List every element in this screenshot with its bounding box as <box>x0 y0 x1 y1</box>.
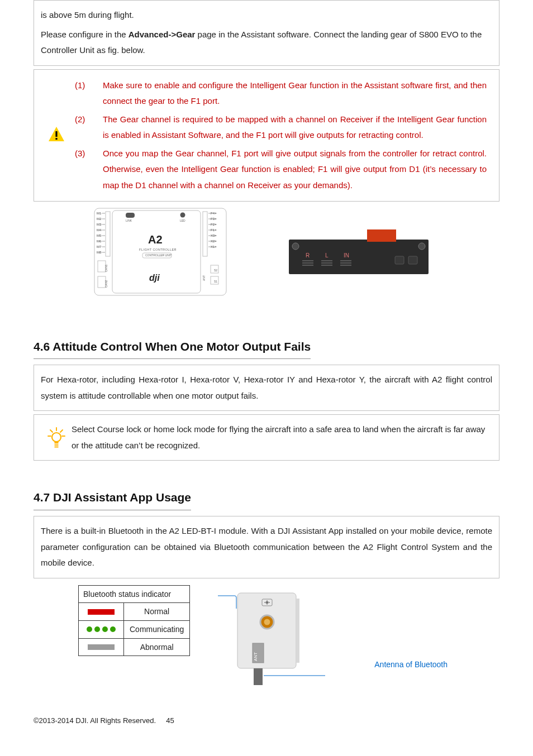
svg-text:R: R <box>306 252 310 259</box>
svg-text:FLIGHT CONTROLLER: FLIGHT CONTROLLER <box>139 248 177 251</box>
svg-text:M6: M6 <box>97 240 102 243</box>
svg-text:ANT: ANT <box>253 652 258 661</box>
svg-text:S1: S1 <box>214 280 217 283</box>
section-46-heading: 4.6 Attitude Control When One Motor Outp… <box>34 336 311 360</box>
svg-rect-3 <box>94 208 226 295</box>
bt-label: Abnormal <box>124 638 190 656</box>
svg-marker-39 <box>215 218 217 220</box>
svg-point-9 <box>102 219 102 219</box>
warning-text: The Gear channel is required to be mappe… <box>103 112 487 143</box>
svg-text:LINK: LINK <box>126 219 132 222</box>
svg-point-7 <box>102 213 102 214</box>
svg-marker-49 <box>215 246 217 248</box>
svg-line-66 <box>60 430 63 432</box>
warning-num: (3) <box>72 146 103 194</box>
svg-marker-47 <box>215 241 217 242</box>
svg-text:M4: M4 <box>97 228 102 232</box>
svg-rect-1 <box>55 131 57 137</box>
svg-marker-43 <box>215 229 217 231</box>
bt-indicator-green-dots <box>79 620 124 638</box>
config-line2-a: Please configure in the <box>41 30 129 39</box>
gear-module-diagram: R L IN <box>283 224 440 285</box>
svg-text:CONTROLLER UNIT: CONTROLLER UNIT <box>145 253 172 257</box>
svg-rect-71 <box>54 444 58 446</box>
svg-rect-26 <box>126 213 135 218</box>
config-line2: Please configure in the Advanced->Gear p… <box>41 27 492 59</box>
warning-item: (3) Once you map the Gear channel, F1 po… <box>72 146 487 194</box>
config-line1: is above 5m during flight. <box>41 7 492 23</box>
svg-text:M2: M2 <box>97 217 102 221</box>
warning-text: Once you map the Gear channel, F1 port w… <box>103 146 487 194</box>
svg-text:M3: M3 <box>97 223 102 226</box>
svg-line-65 <box>50 430 53 432</box>
svg-point-58 <box>418 243 425 250</box>
section-46-tip: Select Course lock or home lock mode for… <box>72 418 492 457</box>
svg-point-19 <box>102 247 102 247</box>
bt-module-diagram: ANT Antenna of Bluetooth <box>218 582 499 699</box>
svg-text:M7: M7 <box>97 245 102 248</box>
bt-label: Communicating <box>124 620 190 638</box>
bluetooth-status-table: Bluetooth status indicator Normal Commun… <box>78 585 190 656</box>
warning-icon-col <box>41 73 72 142</box>
table-row: Communicating <box>79 620 190 638</box>
warning-item: (1) Make sure to enable and configure th… <box>72 78 487 109</box>
section-47-body: There is a built-in Bluetooth in the A2 … <box>41 523 492 571</box>
bt-table-header: Bluetooth status indicator <box>79 585 190 603</box>
page-footer: ©2013-2014 DJI. All Rights Reserved. 45 <box>34 714 174 728</box>
svg-text:M1: M1 <box>97 212 102 215</box>
svg-point-13 <box>102 230 102 231</box>
document-page: is above 5m during flight. Please config… <box>0 0 533 756</box>
table-row: Abnormal <box>79 638 190 656</box>
footer-page-number: 45 <box>166 716 174 725</box>
svg-text:ANT: ANT <box>202 275 206 281</box>
bt-indicator-solid-red <box>79 603 124 621</box>
warning-text: Make sure to enable and configure the In… <box>103 78 487 109</box>
diagram-row: M1 M2 M3 M4 M5 M6 M7 M8 CAN1 CAN2 LINK L… <box>34 207 499 302</box>
svg-text:LED: LED <box>180 219 185 222</box>
svg-rect-55 <box>289 240 429 274</box>
svg-rect-72 <box>54 447 58 448</box>
warning-item: (2) The Gear channel is required to be m… <box>72 112 487 143</box>
svg-text:CAN2: CAN2 <box>104 280 108 288</box>
lightbulb-icon <box>47 427 66 449</box>
svg-rect-70 <box>54 442 58 444</box>
svg-rect-2 <box>55 138 57 140</box>
svg-rect-62 <box>395 256 404 264</box>
svg-rect-35 <box>203 212 207 256</box>
svg-point-28 <box>180 213 185 218</box>
controller-diagram: M1 M2 M3 M4 M5 M6 M7 M8 CAN1 CAN2 LINK L… <box>93 207 227 302</box>
section-46-body-box: For Hexa-rotor, including Hexa-rotor I, … <box>34 365 499 411</box>
config-box: is above 5m during flight. Please config… <box>34 0 499 66</box>
svg-text:S2: S2 <box>214 269 217 272</box>
config-line2-b: Advanced->Gear <box>129 30 196 39</box>
svg-point-76 <box>264 619 270 625</box>
svg-text:CAN1: CAN1 <box>104 264 108 272</box>
svg-rect-56 <box>367 229 396 242</box>
footer-copyright: ©2013-2014 DJI. All Rights Reserved. <box>34 716 156 725</box>
warning-num: (2) <box>72 112 103 143</box>
svg-point-69 <box>52 433 61 442</box>
warning-box: (1) Make sure to enable and configure th… <box>34 69 499 202</box>
svg-marker-41 <box>215 224 217 226</box>
svg-text:IN: IN <box>344 252 349 259</box>
svg-rect-79 <box>254 668 263 685</box>
svg-rect-80 <box>296 599 299 663</box>
table-row: Normal <box>79 603 190 621</box>
svg-point-11 <box>102 224 102 225</box>
svg-text:dji: dji <box>149 273 160 283</box>
warning-triangle-icon <box>48 126 65 142</box>
section-46-tip-box: Select Course lock or home lock mode for… <box>34 414 499 461</box>
antenna-callout: Antenna of Bluetooth <box>374 657 448 672</box>
section-47-body-box: There is a built-in Bluetooth in the A2 … <box>34 516 499 578</box>
svg-marker-37 <box>215 213 217 214</box>
svg-text:L: L <box>325 252 329 259</box>
svg-point-17 <box>102 241 102 242</box>
bt-indicator-solid-grey <box>79 638 124 656</box>
warning-num: (1) <box>72 78 103 109</box>
section-46-body: For Hexa-rotor, including Hexa-rotor I, … <box>41 372 492 404</box>
svg-text:A2: A2 <box>148 233 163 246</box>
svg-rect-63 <box>408 256 417 264</box>
svg-point-15 <box>102 236 102 236</box>
tip-icon-col <box>41 418 72 449</box>
svg-rect-5 <box>106 212 110 256</box>
